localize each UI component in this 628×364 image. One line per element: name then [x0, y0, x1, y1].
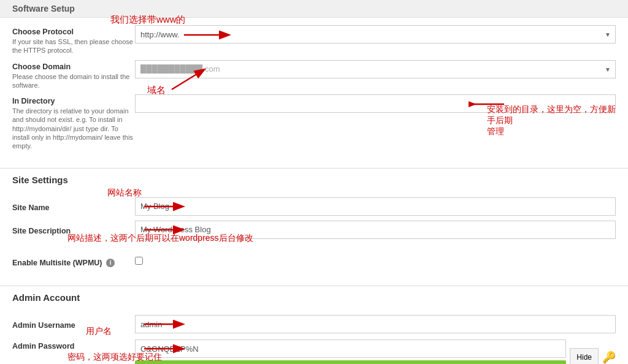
in-directory-label-col: In Directory The directory is relative t…: [12, 94, 135, 150]
admin-username-row: Admin Username 用户名: [12, 315, 616, 333]
multisite-checkbox[interactable]: [135, 257, 143, 265]
in-directory-row: In Directory The directory is relative t…: [12, 94, 616, 150]
admin-username-input[interactable]: [135, 315, 616, 333]
choose-domain-control: ███████████.com: [135, 60, 616, 78]
multisite-label: Enable Multisite (WPMU) i: [12, 259, 135, 268]
choose-protocol-hint: If your site has SSL, then please choose…: [12, 37, 135, 55]
choose-domain-label: Choose Domain: [12, 63, 135, 71]
choose-domain-row: Choose Domain Please choose the domain t…: [12, 60, 616, 90]
choose-protocol-select-wrapper: http://www. https://www. http:// https:/…: [135, 25, 616, 44]
admin-account-title: Admin Account: [0, 286, 628, 308]
multisite-row: Enable Multisite (WPMU) i: [12, 256, 616, 268]
admin-password-label: Admin Password: [12, 342, 135, 351]
admin-username-label: Admin Username: [12, 321, 135, 330]
multisite-info-icon[interactable]: i: [106, 259, 115, 267]
hide-password-button[interactable]: Hide: [570, 348, 599, 364]
admin-password-input[interactable]: [135, 339, 566, 358]
in-directory-label: In Directory: [12, 97, 135, 105]
admin-username-label-col: Admin Username: [12, 319, 135, 330]
site-name-control: [135, 197, 616, 216]
multisite-label-col: Enable Multisite (WPMU) i: [12, 256, 135, 268]
site-name-label: Site Name: [12, 203, 135, 212]
admin-password-label-col: Admin Password: [12, 339, 135, 351]
site-name-label-col: Site Name: [12, 201, 135, 212]
site-description-label: Site Description: [12, 227, 135, 235]
site-description-control: [135, 221, 616, 239]
site-description-row: Site Description 网站描述，这两个后期可以在wordpress后…: [12, 221, 616, 239]
choose-protocol-select[interactable]: http://www. https://www. http:// https:/…: [135, 25, 616, 44]
choose-protocol-label-col: Choose Protocol If your site has SSL, th…: [12, 25, 135, 55]
choose-domain-hint: Please choose the domain to install the …: [12, 72, 135, 90]
software-setup-title: Software Setup: [12, 4, 75, 13]
in-directory-hint: The directory is relative to your domain…: [12, 107, 135, 150]
section-header-software-setup: Software Setup: [0, 0, 628, 18]
site-description-input[interactable]: [135, 221, 616, 239]
admin-username-control: [135, 315, 616, 333]
site-name-row: Site Name 网站名称: [12, 197, 616, 216]
site-settings-title: Site Settings: [0, 169, 628, 190]
password-input-wrap: Strong (58/100): [135, 339, 566, 364]
choose-protocol-control: http://www. https://www. http:// https:/…: [135, 25, 616, 44]
site-name-input[interactable]: [135, 197, 616, 216]
choose-protocol-label: Choose Protocol: [12, 28, 135, 36]
password-row: Strong (58/100) Hide 🔑: [135, 339, 616, 364]
multisite-control: [135, 257, 616, 267]
choose-protocol-row: Choose Protocol If your site has SSL, th…: [12, 25, 616, 55]
admin-password-control: Strong (58/100) Hide 🔑: [135, 339, 616, 364]
choose-domain-select[interactable]: ███████████.com: [135, 60, 616, 78]
choose-domain-select-wrapper: ███████████.com: [135, 60, 616, 78]
key-icon[interactable]: 🔑: [602, 351, 616, 364]
admin-password-row: Admin Password Strong (58/100) Hide 🔑 密码…: [12, 339, 616, 364]
in-directory-input[interactable]: [135, 94, 616, 113]
in-directory-control: [135, 94, 616, 113]
site-description-label-col: Site Description: [12, 224, 135, 235]
password-strength-bar: [135, 360, 566, 364]
choose-domain-label-col: Choose Domain Please choose the domain t…: [12, 60, 135, 90]
